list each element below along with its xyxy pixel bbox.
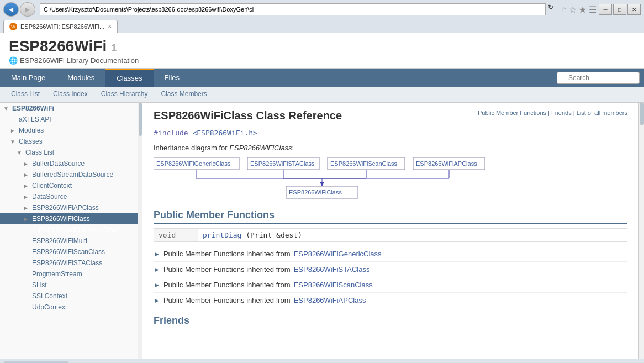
sidebar-item-class-list[interactable]: ▼ Class List	[0, 147, 138, 158]
refresh-button[interactable]: ↻	[548, 3, 559, 15]
sidebar-link[interactable]: BufferDataSource	[32, 160, 85, 167]
sidebar-link[interactable]: ESP8266WiFiClass	[32, 215, 90, 223]
inherited-class-link[interactable]: ESP8266WiFiGenericClass	[294, 250, 382, 258]
active-tab[interactable]: W ESP8266WiFi: ESP8266WiFi... ×	[3, 20, 118, 33]
link-friends[interactable]: Friends	[551, 109, 572, 116]
toggle-icon: ►	[23, 216, 30, 222]
svg-marker-13	[320, 182, 324, 186]
sidebar-link[interactable]: BufferedStreamDataSource	[32, 171, 113, 178]
close-button[interactable]: ✕	[627, 4, 641, 15]
inherited-class-link[interactable]: ESP8266WiFiSTAClass	[294, 265, 370, 273]
sidebar-scrollbar[interactable]	[138, 103, 142, 359]
nav-files[interactable]: Files	[154, 69, 191, 86]
maximize-button[interactable]: □	[613, 4, 626, 15]
toggle-icon: ►	[10, 128, 17, 134]
public-member-functions-header: Public Member Functions	[154, 209, 627, 224]
status-tab[interactable]: ESP8266WiFiClass	[4, 361, 68, 364]
toggle-icon: ▼	[10, 139, 17, 145]
sidebar-link[interactable]: ESP8266WiFiAPClass	[32, 204, 99, 212]
sidebar-item-esp8266wificlass[interactable]: ► ESP8266WiFiClass	[0, 213, 138, 224]
main-nav: Main Page Modules Classes Files	[0, 69, 644, 87]
sidebar-link[interactable]: ESP8266WiFiMulti	[32, 237, 87, 245]
sidebar-link[interactable]: DataSource	[32, 193, 67, 201]
sidebar-item-bufferedstreamdatasource[interactable]: ► BufferedStreamDataSource	[0, 169, 138, 180]
sidebar-item-udpcontext[interactable]: UdpContext	[0, 302, 138, 313]
sidebar-link[interactable]: Classes	[19, 138, 43, 145]
subnav-class-index[interactable]: Class Index	[46, 87, 94, 102]
tab-close-button[interactable]: ×	[108, 23, 112, 30]
link-public-member-functions[interactable]: Public Member Functions	[478, 109, 546, 116]
bookmark-icon[interactable]: ☆	[569, 4, 577, 15]
sidebar-item-clientcontext[interactable]: ► ClientContext	[0, 180, 138, 191]
sidebar-link[interactable]: Class List	[25, 149, 54, 156]
sidebar-item-classes[interactable]: ▼ Classes	[0, 136, 138, 147]
sidebar-item-bufferdatasource[interactable]: ► BufferDataSource	[0, 158, 138, 169]
page-header: ESP8266WiFi 1 🌐 ESP8266WiFi Library Docu…	[0, 33, 644, 69]
add-bookmark-icon[interactable]: ★	[579, 4, 587, 15]
sidebar-link[interactable]: ProgmemStream	[32, 270, 82, 278]
sidebar-item-modules[interactable]: ► Modules	[0, 125, 138, 136]
page-subtitle: 🌐 ESP8266WiFi Library Documentation	[9, 55, 635, 68]
sidebar-item-esp8266wifiapclass[interactable]: ► ESP8266WiFiAPClass	[0, 202, 138, 213]
sidebar-link[interactable]: SList	[32, 281, 47, 289]
inherited-class-link[interactable]: ESP8266WiFiScanClass	[294, 281, 373, 289]
toggle-icon: ►	[23, 205, 30, 211]
inherited-label: Public Member Functions inherited from	[163, 281, 291, 289]
include-line: #include <ESP8266WiFi.h>	[154, 129, 627, 137]
subnav-class-list[interactable]: Class List	[4, 87, 46, 102]
forward-button[interactable]: ►	[20, 2, 35, 17]
sidebar-item-slist[interactable]: SList	[0, 280, 138, 291]
inherited-label: Public Member Functions inherited from	[163, 296, 291, 304]
sidebar-link[interactable]: ClientContext	[32, 182, 72, 190]
inherited-class-link[interactable]: ESP8266WiFiAPClass	[294, 296, 366, 304]
return-type: void	[154, 229, 198, 242]
toggle-icon: ►	[23, 183, 30, 189]
sidebar-item-sslcontext[interactable]: SSLContext	[0, 291, 138, 302]
include-file-link[interactable]: <ESP8266WiFi.h>	[192, 129, 257, 137]
subnav-class-hierarchy[interactable]: Class Hierarchy	[94, 87, 155, 102]
nav-modules[interactable]: Modules	[56, 69, 105, 86]
sidebar-item-axtls[interactable]: aXTLS API	[0, 114, 138, 125]
address-input[interactable]	[40, 3, 546, 15]
tab-favicon: W	[9, 23, 17, 30]
sidebar-item-progmemstream[interactable]: ProgmemStream	[0, 269, 138, 280]
toggle-icon: ►	[154, 250, 160, 258]
sidebar-link[interactable]: Modules	[19, 127, 44, 134]
link-all-members[interactable]: List of all members	[577, 109, 627, 116]
settings-icon[interactable]: ☰	[589, 4, 597, 15]
function-link[interactable]: printDiag	[203, 231, 241, 239]
sidebar-link[interactable]: ESP8266WiFi	[12, 104, 54, 112]
sidebar-item-esp8266wifi[interactable]: ▼ ESP8266WiFi	[0, 103, 138, 114]
sidebar-link[interactable]: ESP8266WiFiGenericClass	[39, 226, 120, 234]
sidebar-item-esp8266wifigenericclass[interactable]: ESP8266WiFiGenericClass	[0, 224, 138, 235]
sidebar-item-esp8266wifiscanclass[interactable]: ESP8266WiFiScanClass	[0, 246, 138, 257]
sidebar-link[interactable]: SSLContext	[32, 292, 67, 300]
sidebar-link[interactable]: UdpContext	[32, 303, 67, 311]
minimize-button[interactable]: ─	[599, 4, 612, 15]
function-signature: printDiag (Print &dest)	[198, 229, 627, 242]
content-area: Public Member Functions | Friends | List…	[142, 103, 638, 359]
sidebar-item-datasource[interactable]: ► DataSource	[0, 191, 138, 202]
inherited-sta[interactable]: ► Public Member Functions inherited from…	[154, 262, 627, 277]
back-button[interactable]: ◄	[3, 2, 19, 17]
sidebar-item-esp8266wifistaclass[interactable]: ESP8266WiFiSTAClass	[0, 257, 138, 269]
inherited-generic[interactable]: ► Public Member Functions inherited from…	[154, 246, 627, 262]
sidebar-link[interactable]: ESP8266WiFiScanClass	[32, 248, 105, 256]
sidebar-link[interactable]: aXTLS API	[19, 115, 51, 123]
browser-stars: ⌂ ☆ ★ ☰	[561, 4, 597, 15]
content-scrollbar[interactable]	[638, 103, 644, 359]
status-bar: ESP8266WiFiClass Generated by doxygen 1.…	[0, 359, 644, 363]
inherited-scan[interactable]: ► Public Member Functions inherited from…	[154, 277, 627, 293]
nav-main-page[interactable]: Main Page	[0, 69, 56, 86]
home-icon[interactable]: ⌂	[561, 4, 567, 14]
functions-table: void printDiag (Print &dest)	[154, 228, 627, 242]
sidebar-item-esp8266wifimulti[interactable]: ESP8266WiFiMulti	[0, 235, 138, 246]
search-input[interactable]	[557, 72, 640, 84]
toggle-icon: ▼	[17, 150, 23, 156]
sidebar-link[interactable]: ESP8266WiFiSTAClass	[32, 259, 102, 267]
inherited-ap[interactable]: ► Public Member Functions inherited from…	[154, 293, 627, 308]
nav-classes[interactable]: Classes	[105, 69, 153, 87]
subnav-class-members[interactable]: Class Members	[154, 87, 213, 102]
sidebar: ▼ ESP8266WiFi aXTLS API ► Modules ▼ Clas…	[0, 103, 138, 359]
tab-bar: W ESP8266WiFi: ESP8266WiFi... ×	[0, 19, 644, 33]
